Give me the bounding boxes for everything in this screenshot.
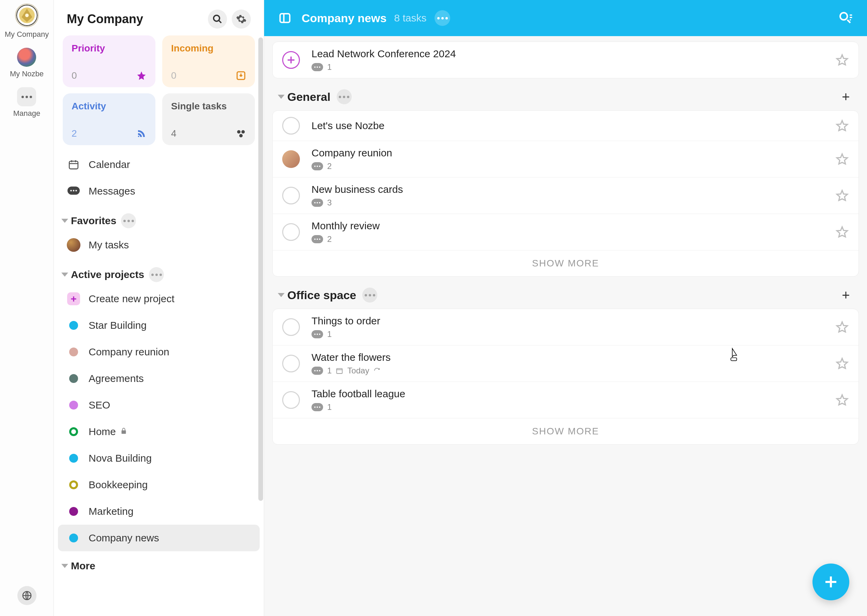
task-checkbox[interactable] xyxy=(282,187,300,204)
caret-down-icon xyxy=(61,563,68,569)
section-header[interactable]: General+ xyxy=(272,82,859,110)
star-icon[interactable] xyxy=(835,320,849,334)
section-header[interactable]: Office space+ xyxy=(272,280,859,309)
section-add-button[interactable]: + xyxy=(839,288,853,303)
task-row[interactable]: Lead Network Conference 2024 1 xyxy=(273,42,859,78)
section-more[interactable]: More xyxy=(58,551,260,575)
show-more-button[interactable]: SHOW MORE xyxy=(273,418,859,444)
rail-manage[interactable]: Manage xyxy=(13,87,41,118)
comment-count: 1 xyxy=(327,62,332,72)
sidebar-project-item[interactable]: Home xyxy=(58,418,260,445)
svg-rect-8 xyxy=(69,161,78,169)
main-header: Company news 8 tasks xyxy=(264,0,867,36)
sidebar: My Company Priority 0 Incoming 0 Activit… xyxy=(54,0,264,616)
assignee-avatar[interactable] xyxy=(282,150,300,168)
section-add-button[interactable]: + xyxy=(839,89,853,104)
favorites-more-button[interactable] xyxy=(121,213,136,228)
task-checkbox[interactable] xyxy=(282,318,300,336)
star-icon[interactable] xyxy=(835,357,849,370)
pinned-task-card: Lead Network Conference 2024 1 xyxy=(272,42,859,79)
section-more-button[interactable] xyxy=(337,89,352,104)
task-row[interactable]: Water the flowers1 Today xyxy=(273,345,859,382)
section-task-list: Let's use NozbeCompany reunion2New busin… xyxy=(272,110,859,277)
filter-button[interactable] xyxy=(838,10,853,26)
task-checkbox[interactable] xyxy=(282,117,300,135)
fab-add-task[interactable] xyxy=(812,564,849,600)
project-label: Company reunion xyxy=(89,346,169,358)
comment-count: 1 xyxy=(327,366,332,376)
section-task-list: Things to order1Water the flowers1 Today… xyxy=(272,309,859,445)
search-icon xyxy=(212,14,223,24)
search-button[interactable] xyxy=(208,9,227,28)
rail-workspace-company[interactable]: My Company xyxy=(5,3,49,39)
star-icon[interactable] xyxy=(835,152,849,166)
add-task-button[interactable] xyxy=(282,51,300,69)
task-row[interactable]: Company reunion2 xyxy=(273,141,859,177)
sidebar-project-item[interactable]: Company reunion xyxy=(58,339,260,365)
show-more-button[interactable]: SHOW MORE xyxy=(273,250,859,276)
active-more-button[interactable] xyxy=(149,267,164,282)
task-row[interactable]: Things to order1 xyxy=(273,309,859,345)
card-priority[interactable]: Priority 0 xyxy=(63,35,156,87)
sidebar-project-item[interactable]: Marketing xyxy=(58,498,260,525)
task-checkbox[interactable] xyxy=(282,391,300,409)
caret-down-icon xyxy=(61,271,68,278)
task-row[interactable]: Let's use Nozbe xyxy=(273,111,859,141)
star-icon[interactable] xyxy=(835,189,849,203)
calendar-icon xyxy=(336,367,343,374)
project-more-button[interactable] xyxy=(434,10,450,26)
svg-rect-15 xyxy=(337,369,343,374)
task-row[interactable]: Monthly review2 xyxy=(273,214,859,250)
svg-point-14 xyxy=(840,13,847,20)
rail-globe[interactable] xyxy=(17,586,36,605)
task-meta: 1 xyxy=(312,62,835,72)
project-label: Nova Building xyxy=(89,453,152,464)
sidebar-project-item[interactable]: SEO xyxy=(58,392,260,418)
gear-icon xyxy=(236,14,247,25)
comment-count: 2 xyxy=(327,234,332,244)
svg-point-10 xyxy=(70,190,72,192)
card-activity[interactable]: Activity 2 xyxy=(63,93,156,145)
card-incoming[interactable]: Incoming 0 xyxy=(162,35,255,87)
sidebar-project-item[interactable]: Agreements xyxy=(58,365,260,392)
create-project-button[interactable]: + Create new project xyxy=(58,286,260,312)
card-priority-label: Priority xyxy=(72,43,146,54)
task-meta: 2 xyxy=(312,234,835,244)
sidebar-toggle-icon[interactable] xyxy=(278,11,292,25)
project-color-icon xyxy=(67,531,80,545)
svg-point-3 xyxy=(214,15,220,22)
project-color-icon xyxy=(67,478,80,492)
sidebar-project-item[interactable]: Bookkeeping xyxy=(58,471,260,498)
section-favorites[interactable]: Favorites xyxy=(58,204,260,232)
star-icon[interactable] xyxy=(835,393,849,407)
star-icon[interactable] xyxy=(835,225,849,239)
sidebar-item-my-tasks[interactable]: My tasks xyxy=(58,232,260,258)
task-row[interactable]: New business cards3 xyxy=(273,177,859,214)
rail-nozbe-label: My Nozbe xyxy=(10,69,44,79)
favorites-title: Favorites xyxy=(71,215,116,226)
sidebar-item-calendar[interactable]: Calendar xyxy=(58,151,260,178)
section-active-projects[interactable]: Active projects xyxy=(58,258,260,286)
sidebar-project-item[interactable]: Company news xyxy=(58,525,260,551)
card-single-tasks[interactable]: Single tasks 4 xyxy=(162,93,255,145)
comment-count: 2 xyxy=(327,162,332,171)
sidebar-project-item[interactable]: Nova Building xyxy=(58,445,260,471)
lock-icon xyxy=(120,427,127,436)
sidebar-project-item[interactable]: Star Building xyxy=(58,312,260,339)
task-checkbox[interactable] xyxy=(282,223,300,241)
section-more-button[interactable] xyxy=(362,288,377,303)
rail-workspace-nozbe[interactable]: My Nozbe xyxy=(10,48,44,79)
star-icon[interactable] xyxy=(835,119,849,132)
task-meta: 1 xyxy=(312,330,835,339)
task-checkbox[interactable] xyxy=(282,355,300,372)
sidebar-item-messages[interactable]: Messages xyxy=(58,178,260,204)
sidebar-scrollbar[interactable] xyxy=(258,0,264,616)
settings-button[interactable] xyxy=(232,9,251,28)
project-color-icon xyxy=(67,425,80,438)
task-row[interactable]: Table football league1 xyxy=(273,382,859,418)
sidebar-list: Calendar Messages Favorites My tasks Act… xyxy=(54,145,264,575)
scrollbar-thumb[interactable] xyxy=(258,38,263,501)
star-icon[interactable] xyxy=(835,53,849,67)
caret-down-icon xyxy=(278,93,285,100)
task-title: New business cards xyxy=(312,184,835,195)
